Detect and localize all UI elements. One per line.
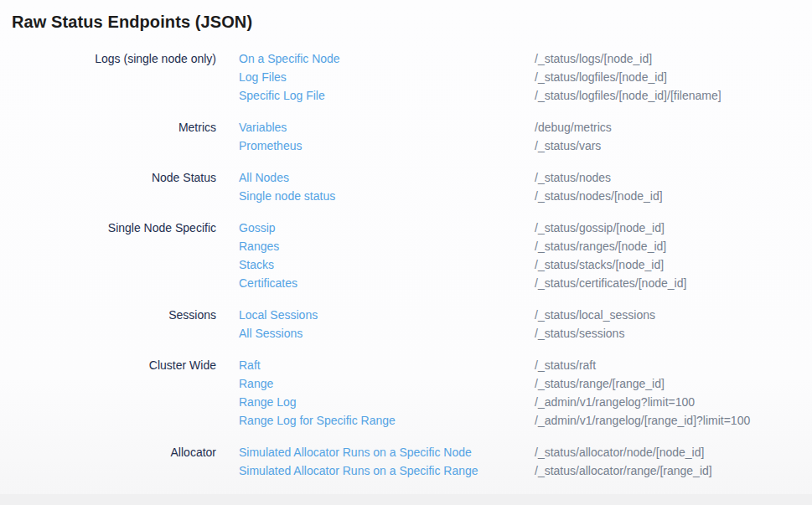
endpoint-url: /debug/metrics bbox=[535, 118, 812, 137]
endpoint-url: /_status/allocator/range/[range_id] bbox=[535, 461, 812, 480]
endpoint-section: Logs (single node only) On a Specific No… bbox=[0, 49, 812, 105]
endpoint-link[interactable]: All Sessions bbox=[239, 324, 303, 343]
endpoint-section: Node Status All Nodes /_status/nodes Sin… bbox=[0, 168, 812, 205]
category-label: Sessions bbox=[0, 306, 239, 324]
endpoint-url: /_status/logfiles/[node_id]/[filename] bbox=[535, 86, 812, 105]
endpoint-section: Allocator Simulated Allocator Runs on a … bbox=[0, 443, 812, 480]
endpoint-link[interactable]: Certificates bbox=[239, 274, 297, 292]
endpoint-url: /_status/ranges/[node_id] bbox=[535, 237, 812, 255]
endpoint-url: /_status/nodes/[node_id] bbox=[535, 187, 812, 205]
endpoint-link[interactable]: Local Sessions bbox=[239, 306, 318, 324]
endpoint-url: /_status/local_sessions bbox=[535, 306, 812, 324]
endpoint-link[interactable]: Gossip bbox=[239, 219, 276, 237]
endpoint-link[interactable]: Ranges bbox=[239, 237, 279, 255]
debug-page: Raw Status Endpoints (JSON) Logs (single… bbox=[0, 0, 812, 505]
endpoint-link[interactable]: Range bbox=[239, 374, 273, 393]
category-label: Single Node Specific bbox=[0, 219, 239, 237]
endpoint-link[interactable]: Stacks bbox=[239, 255, 274, 274]
endpoint-link[interactable]: Prometheus bbox=[239, 137, 302, 155]
endpoint-link[interactable]: Range Log bbox=[239, 393, 297, 411]
endpoint-url: /_status/range/[range_id] bbox=[535, 374, 812, 393]
endpoint-link[interactable]: Variables bbox=[239, 118, 287, 137]
endpoint-table: Logs (single node only) On a Specific No… bbox=[0, 49, 812, 480]
page-title: Raw Status Endpoints (JSON) bbox=[12, 11, 812, 33]
endpoint-url: /_status/logs/[node_id] bbox=[535, 49, 812, 68]
category-label: Allocator bbox=[0, 443, 239, 461]
endpoint-url: /_status/sessions bbox=[535, 324, 812, 343]
endpoint-link[interactable]: Log Files bbox=[239, 68, 287, 86]
endpoint-url: /_status/vars bbox=[535, 137, 812, 155]
category-label: Metrics bbox=[0, 118, 239, 137]
endpoint-link[interactable]: Simulated Allocator Runs on a Specific N… bbox=[239, 443, 472, 461]
footer-band bbox=[0, 494, 812, 505]
endpoint-section: Sessions Local Sessions /_status/local_s… bbox=[0, 306, 812, 343]
endpoint-link[interactable]: All Nodes bbox=[239, 168, 289, 187]
category-label: Logs (single node only) bbox=[0, 49, 239, 68]
endpoint-section: Cluster Wide Raft /_status/raft Range /_… bbox=[0, 356, 812, 430]
endpoint-section: Metrics Variables /debug/metrics Prometh… bbox=[0, 118, 812, 155]
endpoint-url: /_admin/v1/rangelog/[range_id]?limit=100 bbox=[535, 411, 812, 430]
endpoint-link[interactable]: Range Log for Specific Range bbox=[239, 411, 396, 430]
endpoint-link[interactable]: Raft bbox=[239, 356, 261, 374]
category-label: Node Status bbox=[0, 168, 239, 187]
endpoint-link[interactable]: Single node status bbox=[239, 187, 335, 205]
category-label: Cluster Wide bbox=[0, 356, 239, 374]
endpoint-url: /_status/stacks/[node_id] bbox=[535, 255, 812, 274]
endpoint-url: /_status/logfiles/[node_id] bbox=[535, 68, 812, 86]
endpoint-url: /_status/gossip/[node_id] bbox=[535, 219, 812, 237]
endpoint-url: /_status/certificates/[node_id] bbox=[535, 274, 812, 292]
endpoint-link[interactable]: On a Specific Node bbox=[239, 49, 340, 68]
endpoint-url: /_admin/v1/rangelog?limit=100 bbox=[535, 393, 812, 411]
endpoint-url: /_status/nodes bbox=[535, 168, 812, 187]
endpoint-section: Single Node Specific Gossip /_status/gos… bbox=[0, 219, 812, 292]
endpoint-link[interactable]: Simulated Allocator Runs on a Specific R… bbox=[239, 461, 478, 480]
endpoint-url: /_status/raft bbox=[535, 356, 812, 374]
endpoint-url: /_status/allocator/node/[node_id] bbox=[535, 443, 812, 461]
endpoint-link[interactable]: Specific Log File bbox=[239, 86, 325, 105]
